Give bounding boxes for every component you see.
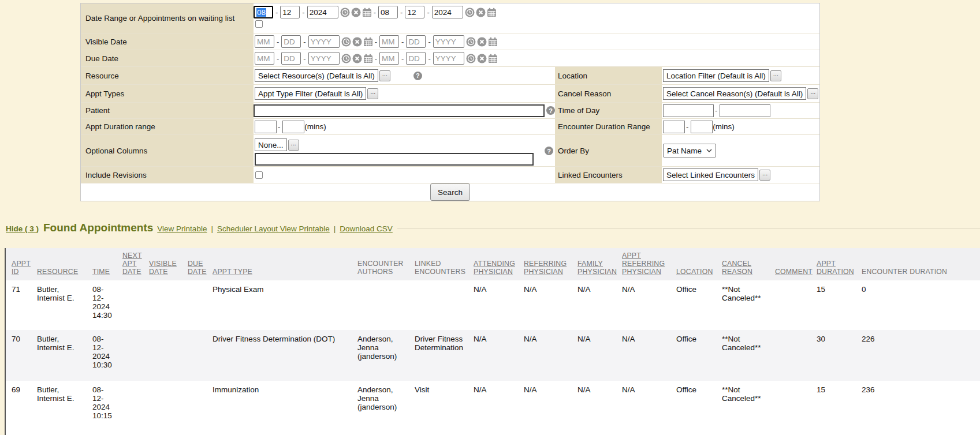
visible-from-month-input[interactable]: MM [255, 35, 274, 48]
cancel-reason-browse-button[interactable]: ... [807, 88, 818, 99]
resource-label: Resource [81, 67, 254, 84]
table-cell: Butler, Internist E. [31, 381, 87, 435]
scheduler-layout-view-printable-link[interactable]: Scheduler Layout View Printable [217, 224, 330, 233]
col-header-attending-physician[interactable]: ATTENDING PHYSICIAN [474, 260, 515, 276]
optional-columns-browse-button[interactable]: ... [288, 140, 299, 151]
date-from-day-input[interactable]: 12 [280, 6, 300, 18]
clock-icon[interactable] [466, 54, 476, 63]
clear-icon[interactable] [352, 54, 362, 63]
visible-to-day-input[interactable]: DD [406, 35, 426, 48]
table-cell: **Not Canceled** [716, 330, 769, 381]
visible-from-day-input[interactable]: DD [281, 35, 301, 48]
encounter-duration-label: Encounter Duration Range [555, 119, 662, 134]
include-revisions-label: Include Revisions [81, 167, 254, 183]
table-cell: Butler, Internist E. [31, 280, 87, 330]
cancel-reason-select[interactable]: Select Cancel Reason(s) (Default is All) [663, 87, 806, 100]
col-header-time[interactable]: TIME [92, 268, 110, 276]
due-from-month-input[interactable]: MM [255, 52, 274, 65]
linked-encounters-browse-button[interactable]: ... [759, 170, 770, 181]
col-header-comment[interactable]: COMMENT [775, 268, 813, 276]
col-header-appt-duration[interactable]: APPT DURATION [817, 260, 854, 276]
patient-help-icon[interactable]: ? [546, 106, 555, 115]
calendar-icon[interactable] [363, 37, 373, 47]
clock-icon[interactable] [341, 37, 351, 47]
col-header-encounter-duration: ENCOUNTER DURATION [862, 268, 947, 276]
table-cell: N/A [616, 280, 670, 330]
resource-help-icon[interactable]: ? [413, 72, 422, 80]
resource-select[interactable]: Select Resource(s) (Default is All) [255, 69, 378, 82]
chevron-down-icon [706, 149, 712, 152]
time-of-day-from-input[interactable] [663, 104, 714, 117]
calendar-icon[interactable] [488, 54, 498, 63]
view-printable-link[interactable]: View Printable [157, 224, 207, 233]
visible-to-year-input[interactable]: YYYY [433, 35, 464, 48]
appt-duration-min-input[interactable] [255, 121, 277, 133]
date-to-day-input[interactable]: 12 [405, 6, 424, 18]
col-header-location[interactable]: LOCATION [676, 268, 713, 276]
table-cell: 69 [6, 381, 31, 435]
col-header-referring-physician[interactable]: REFERRING PHYSICIAN [524, 260, 567, 276]
clear-icon[interactable] [477, 54, 487, 63]
calendar-icon[interactable] [363, 54, 373, 63]
date-from-year-input[interactable]: 2024 [307, 6, 338, 18]
optional-columns-help-icon[interactable]: ? [545, 147, 553, 155]
include-revisions-checkbox[interactable] [255, 171, 263, 179]
clear-icon[interactable] [352, 37, 362, 47]
table-cell [352, 280, 409, 330]
date-to-month-input[interactable]: 08 [378, 6, 398, 18]
col-header-family-physician[interactable]: FAMILY PHYSICIAN [577, 260, 617, 276]
appt-type-filter-select[interactable]: Appt Type Filter (Default is All) [255, 87, 366, 100]
col-header-visible-date[interactable]: VISIBLE DATE [149, 260, 177, 276]
clock-icon[interactable] [340, 7, 350, 17]
due-from-day-input[interactable]: DD [281, 52, 301, 65]
col-header-appt-referring-physician[interactable]: APPT REFERRING PHYSICIAN [622, 252, 665, 276]
patient-input[interactable] [254, 104, 545, 117]
visible-from-year-input[interactable]: YYYY [308, 35, 340, 48]
table-cell: N/A [468, 330, 518, 381]
calendar-icon[interactable] [487, 7, 497, 17]
col-header-linked-encounters: LINKED ENCOUNTERS [415, 260, 465, 276]
clock-icon[interactable] [465, 7, 475, 17]
clear-icon[interactable] [476, 7, 486, 17]
encounter-duration-max-input[interactable] [691, 121, 713, 133]
table-cell: Immunization [207, 381, 352, 435]
col-header-appt-type[interactable]: APPT TYPE [213, 268, 252, 276]
col-header-resource[interactable]: RESOURCE [37, 268, 78, 276]
hide-results-link[interactable]: Hide ( 3 ) [6, 224, 39, 233]
col-header-appt-id[interactable]: APPT ID [12, 260, 31, 276]
due-to-day-input[interactable]: DD [406, 52, 426, 65]
location-browse-button[interactable]: ... [770, 70, 781, 81]
resource-browse-button[interactable]: ... [379, 70, 390, 81]
due-to-month-input[interactable]: MM [379, 52, 399, 65]
optional-columns-select[interactable]: None... [255, 138, 287, 151]
visible-to-month-input[interactable]: MM [379, 35, 399, 48]
waiting-list-checkbox[interactable] [255, 20, 263, 28]
appt-type-browse-button[interactable]: ... [367, 88, 378, 99]
col-header-due-date[interactable]: DUE DATE [188, 260, 207, 276]
col-header-next-apt-date[interactable]: NEXT APT DATE [122, 252, 142, 276]
location-select[interactable]: Location Filter (Default is All) [663, 69, 769, 82]
clear-icon[interactable] [351, 7, 361, 17]
date-from-month-input[interactable]: 08 [254, 6, 273, 18]
col-header-cancel-reason[interactable]: CANCEL REASON [722, 260, 752, 276]
table-cell: 71 [6, 280, 31, 330]
encounter-duration-min-input[interactable] [663, 121, 685, 133]
table-cell [182, 330, 207, 381]
appt-duration-max-input[interactable] [282, 121, 304, 133]
due-from-year-input[interactable]: YYYY [308, 52, 340, 65]
calendar-icon[interactable] [488, 37, 498, 47]
linked-encounters-select[interactable]: Select Linked Encounters [663, 168, 758, 181]
clear-icon[interactable] [477, 37, 487, 47]
cancel-reason-label: Cancel Reason [555, 85, 662, 102]
found-appointments-table: APPT ID RESOURCE TIME NEXT APT DATE VISI… [5, 248, 980, 435]
clock-icon[interactable] [341, 54, 351, 63]
due-to-year-input[interactable]: YYYY [433, 52, 464, 65]
date-to-year-input[interactable]: 2024 [432, 6, 463, 18]
order-by-select[interactable]: Pat Name [663, 144, 716, 158]
optional-columns-selected-input[interactable] [255, 153, 534, 166]
search-button[interactable]: Search [430, 183, 470, 201]
download-csv-link[interactable]: Download CSV [340, 224, 393, 233]
time-of-day-to-input[interactable] [720, 104, 770, 117]
clock-icon[interactable] [466, 37, 476, 47]
calendar-icon[interactable] [362, 7, 372, 17]
